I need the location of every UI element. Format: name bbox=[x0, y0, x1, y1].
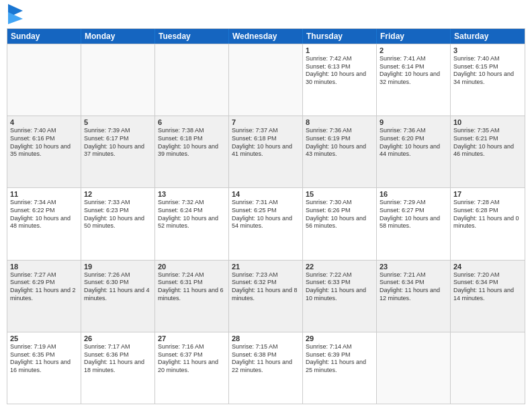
day-number: 1 bbox=[306, 46, 373, 54]
day-1: 1Sunrise: 7:42 AM Sunset: 6:13 PM Daylig… bbox=[303, 44, 377, 116]
day-info: Sunrise: 7:21 AM Sunset: 6:34 PM Dayligh… bbox=[380, 271, 447, 303]
day-8: 8Sunrise: 7:36 AM Sunset: 6:19 PM Daylig… bbox=[303, 116, 377, 187]
day-11: 11Sunrise: 7:34 AM Sunset: 6:22 PM Dayli… bbox=[7, 188, 81, 259]
day-15: 15Sunrise: 7:30 AM Sunset: 6:26 PM Dayli… bbox=[303, 188, 377, 259]
day-20: 20Sunrise: 7:24 AM Sunset: 6:31 PM Dayli… bbox=[155, 261, 229, 332]
day-info: Sunrise: 7:35 AM Sunset: 6:21 PM Dayligh… bbox=[453, 127, 522, 158]
day-info: Sunrise: 7:22 AM Sunset: 6:33 PM Dayligh… bbox=[306, 271, 373, 303]
day-number: 3 bbox=[453, 46, 522, 54]
day-info: Sunrise: 7:30 AM Sunset: 6:26 PM Dayligh… bbox=[306, 199, 373, 230]
day-info: Sunrise: 7:36 AM Sunset: 6:20 PM Dayligh… bbox=[380, 127, 447, 158]
day-number: 21 bbox=[232, 263, 300, 271]
day-number: 12 bbox=[84, 190, 152, 198]
day-27: 27Sunrise: 7:16 AM Sunset: 6:37 PM Dayli… bbox=[155, 332, 229, 404]
calendar-week-1: 1Sunrise: 7:42 AM Sunset: 6:13 PM Daylig… bbox=[7, 44, 525, 116]
day-info: Sunrise: 7:14 AM Sunset: 6:39 PM Dayligh… bbox=[306, 343, 373, 375]
day-number: 11 bbox=[10, 190, 78, 198]
day-number: 4 bbox=[10, 118, 78, 126]
day-number: 29 bbox=[306, 334, 373, 342]
day-number: 24 bbox=[453, 263, 522, 271]
day-info: Sunrise: 7:36 AM Sunset: 6:19 PM Dayligh… bbox=[306, 127, 373, 158]
day-18: 18Sunrise: 7:27 AM Sunset: 6:29 PM Dayli… bbox=[7, 261, 81, 332]
day-number: 27 bbox=[158, 334, 226, 342]
day-5: 5Sunrise: 7:39 AM Sunset: 6:17 PM Daylig… bbox=[81, 116, 155, 187]
day-10: 10Sunrise: 7:35 AM Sunset: 6:21 PM Dayli… bbox=[451, 116, 525, 187]
col-header-monday: Monday bbox=[81, 29, 155, 44]
col-header-friday: Friday bbox=[377, 29, 451, 44]
day-number: 16 bbox=[380, 190, 447, 198]
day-23: 23Sunrise: 7:21 AM Sunset: 6:34 PM Dayli… bbox=[377, 261, 451, 332]
day-number: 20 bbox=[158, 263, 226, 271]
day-7: 7Sunrise: 7:37 AM Sunset: 6:18 PM Daylig… bbox=[229, 116, 303, 187]
col-header-saturday: Saturday bbox=[451, 29, 525, 44]
day-number: 15 bbox=[306, 190, 373, 198]
day-info: Sunrise: 7:42 AM Sunset: 6:13 PM Dayligh… bbox=[306, 55, 373, 87]
calendar: SundayMondayTuesdayWednesdayThursdayFrid… bbox=[7, 28, 525, 404]
day-number: 14 bbox=[232, 190, 300, 198]
day-info: Sunrise: 7:38 AM Sunset: 6:18 PM Dayligh… bbox=[158, 127, 226, 158]
day-info: Sunrise: 7:28 AM Sunset: 6:28 PM Dayligh… bbox=[453, 199, 522, 230]
day-number: 2 bbox=[380, 46, 447, 54]
calendar-body: 1Sunrise: 7:42 AM Sunset: 6:13 PM Daylig… bbox=[7, 44, 525, 404]
day-12: 12Sunrise: 7:33 AM Sunset: 6:23 PM Dayli… bbox=[81, 188, 155, 259]
day-22: 22Sunrise: 7:22 AM Sunset: 6:33 PM Dayli… bbox=[303, 261, 377, 332]
day-21: 21Sunrise: 7:23 AM Sunset: 6:32 PM Dayli… bbox=[229, 261, 303, 332]
header bbox=[7, 7, 525, 24]
empty-cell bbox=[155, 44, 229, 116]
col-header-sunday: Sunday bbox=[7, 29, 81, 44]
day-19: 19Sunrise: 7:26 AM Sunset: 6:30 PM Dayli… bbox=[81, 261, 155, 332]
day-number: 23 bbox=[380, 263, 447, 271]
col-header-tuesday: Tuesday bbox=[155, 29, 229, 44]
day-info: Sunrise: 7:40 AM Sunset: 6:15 PM Dayligh… bbox=[453, 55, 522, 87]
day-14: 14Sunrise: 7:31 AM Sunset: 6:25 PM Dayli… bbox=[229, 188, 303, 259]
day-number: 10 bbox=[453, 118, 522, 126]
day-info: Sunrise: 7:26 AM Sunset: 6:30 PM Dayligh… bbox=[84, 271, 152, 303]
day-13: 13Sunrise: 7:32 AM Sunset: 6:24 PM Dayli… bbox=[155, 188, 229, 259]
day-info: Sunrise: 7:15 AM Sunset: 6:38 PM Dayligh… bbox=[232, 343, 300, 375]
empty-cell bbox=[81, 44, 155, 116]
day-number: 17 bbox=[453, 190, 522, 198]
logo bbox=[7, 7, 23, 24]
day-25: 25Sunrise: 7:19 AM Sunset: 6:35 PM Dayli… bbox=[7, 332, 81, 404]
day-2: 2Sunrise: 7:41 AM Sunset: 6:14 PM Daylig… bbox=[377, 44, 451, 116]
day-number: 25 bbox=[10, 334, 78, 342]
day-info: Sunrise: 7:32 AM Sunset: 6:24 PM Dayligh… bbox=[158, 199, 226, 230]
day-info: Sunrise: 7:27 AM Sunset: 6:29 PM Dayligh… bbox=[10, 271, 78, 303]
day-number: 28 bbox=[232, 334, 300, 342]
calendar-week-4: 18Sunrise: 7:27 AM Sunset: 6:29 PM Dayli… bbox=[7, 260, 525, 332]
day-number: 9 bbox=[380, 118, 447, 126]
day-number: 22 bbox=[306, 263, 373, 271]
day-17: 17Sunrise: 7:28 AM Sunset: 6:28 PM Dayli… bbox=[451, 188, 525, 259]
day-6: 6Sunrise: 7:38 AM Sunset: 6:18 PM Daylig… bbox=[155, 116, 229, 187]
day-info: Sunrise: 7:40 AM Sunset: 6:16 PM Dayligh… bbox=[10, 127, 78, 158]
day-info: Sunrise: 7:31 AM Sunset: 6:25 PM Dayligh… bbox=[232, 199, 300, 230]
col-header-thursday: Thursday bbox=[303, 29, 377, 44]
day-number: 6 bbox=[158, 118, 226, 126]
empty-cell bbox=[7, 44, 81, 116]
calendar-header: SundayMondayTuesdayWednesdayThursdayFrid… bbox=[7, 29, 525, 44]
page: SundayMondayTuesdayWednesdayThursdayFrid… bbox=[0, 0, 532, 411]
day-info: Sunrise: 7:37 AM Sunset: 6:18 PM Dayligh… bbox=[232, 127, 300, 158]
day-4: 4Sunrise: 7:40 AM Sunset: 6:16 PM Daylig… bbox=[7, 116, 81, 187]
day-28: 28Sunrise: 7:15 AM Sunset: 6:38 PM Dayli… bbox=[229, 332, 303, 404]
day-9: 9Sunrise: 7:36 AM Sunset: 6:20 PM Daylig… bbox=[377, 116, 451, 187]
empty-cell bbox=[451, 332, 525, 404]
day-number: 13 bbox=[158, 190, 226, 198]
calendar-week-2: 4Sunrise: 7:40 AM Sunset: 6:16 PM Daylig… bbox=[7, 116, 525, 187]
day-info: Sunrise: 7:16 AM Sunset: 6:37 PM Dayligh… bbox=[158, 343, 226, 375]
day-info: Sunrise: 7:17 AM Sunset: 6:36 PM Dayligh… bbox=[84, 343, 152, 375]
day-number: 5 bbox=[84, 118, 152, 126]
calendar-week-3: 11Sunrise: 7:34 AM Sunset: 6:22 PM Dayli… bbox=[7, 187, 525, 259]
day-info: Sunrise: 7:39 AM Sunset: 6:17 PM Dayligh… bbox=[84, 127, 152, 158]
day-info: Sunrise: 7:19 AM Sunset: 6:35 PM Dayligh… bbox=[10, 343, 78, 375]
day-number: 19 bbox=[84, 263, 152, 271]
col-header-wednesday: Wednesday bbox=[229, 29, 303, 44]
day-info: Sunrise: 7:33 AM Sunset: 6:23 PM Dayligh… bbox=[84, 199, 152, 230]
logo-icon bbox=[8, 4, 23, 24]
day-24: 24Sunrise: 7:20 AM Sunset: 6:34 PM Dayli… bbox=[451, 261, 525, 332]
day-info: Sunrise: 7:23 AM Sunset: 6:32 PM Dayligh… bbox=[232, 271, 300, 303]
day-29: 29Sunrise: 7:14 AM Sunset: 6:39 PM Dayli… bbox=[303, 332, 377, 404]
day-info: Sunrise: 7:41 AM Sunset: 6:14 PM Dayligh… bbox=[380, 55, 447, 87]
day-3: 3Sunrise: 7:40 AM Sunset: 6:15 PM Daylig… bbox=[451, 44, 525, 116]
day-number: 8 bbox=[306, 118, 373, 126]
